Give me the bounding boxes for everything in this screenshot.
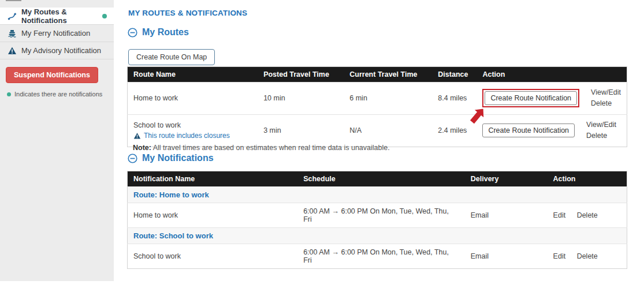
delivery: Email <box>465 203 548 228</box>
sidebar: My Routes & Notifications My Ferry Notif… <box>0 0 114 281</box>
advisory-icon <box>7 46 17 55</box>
notifications-legend: Indicates there are notifications <box>7 91 114 98</box>
route-name: School to work <box>133 121 252 129</box>
sidebar-nav: My Routes & Notifications My Ferry Notif… <box>0 0 114 59</box>
route-closures-link[interactable]: This route includes closures <box>133 132 252 140</box>
sidebar-item-label: My Advisory Notification <box>21 46 101 55</box>
notifications-table: Notification Name Schedule Delivery Acti… <box>127 171 627 269</box>
sidebar-item-my-ferry-notification[interactable]: My Ferry Notification <box>0 25 114 42</box>
create-route-notification-button[interactable]: Create Route Notification <box>482 124 575 137</box>
column-header: Schedule <box>297 171 465 187</box>
delete-link[interactable]: Delete <box>591 98 621 109</box>
notification-name: School to work <box>128 244 298 269</box>
table-row: Home to work 6:00 AM → 6:00 PM On Mon, T… <box>128 203 627 228</box>
ferry-icon <box>7 28 17 38</box>
sidebar-item-label: My Ferry Notification <box>21 29 90 38</box>
current-travel-time: N/A <box>344 114 432 147</box>
page: My Routes & Notifications My Ferry Notif… <box>0 0 644 288</box>
column-header: Posted Travel Time <box>258 67 344 83</box>
schedule: 6:00 AM → 6:00 PM On Mon, Tue, Wed, Thu,… <box>297 244 465 269</box>
route-name: Home to work <box>128 83 258 115</box>
posted-travel-time: 10 min <box>258 83 344 115</box>
create-route-notification-button[interactable]: Create Route Notification <box>485 91 577 105</box>
current-travel-time: 6 min <box>344 83 432 115</box>
create-route-on-map-button[interactable]: Create Route On Map <box>128 49 215 65</box>
column-header: Route Name <box>128 67 258 83</box>
page-title: MY ROUTES & NOTIFICATIONS <box>128 9 247 17</box>
my-routes-section-header[interactable]: My Routes <box>128 27 189 38</box>
view-edit-link[interactable]: View/Edit <box>586 119 616 130</box>
travel-times-note: Note: All travel times are based on esti… <box>133 144 390 152</box>
edit-link[interactable]: Edit <box>553 252 566 260</box>
routes-table: Route Name Posted Travel Time Current Tr… <box>127 66 627 147</box>
notifications-table-header-row: Notification Name Schedule Delivery Acti… <box>128 171 627 187</box>
distance: 8.4 miles <box>432 83 477 115</box>
legend-text: Indicates there are notifications <box>14 91 102 98</box>
table-row: School to work 6:00 AM → 6:00 PM On Mon,… <box>128 244 627 269</box>
view-edit-link[interactable]: View/Edit <box>591 87 621 98</box>
annotation-highlight-box: Create Route Notification <box>482 89 579 107</box>
delete-link[interactable]: Delete <box>577 252 598 260</box>
collapse-icon[interactable] <box>128 154 137 163</box>
schedule: 6:00 AM → 6:00 PM On Mon, Tue, Wed, Thu,… <box>297 203 465 228</box>
column-header: Distance <box>432 67 477 83</box>
my-notifications-section-header[interactable]: My Notifications <box>128 153 214 163</box>
delete-link[interactable]: Delete <box>586 130 616 141</box>
table-row: Home to work 10 min 6 min 8.4 miles Crea… <box>128 83 627 115</box>
route-group-link[interactable]: Route: School to work <box>133 231 213 240</box>
posted-travel-time: 3 min <box>258 114 344 147</box>
sidebar-item-label: My Routes & Notifications <box>21 8 94 25</box>
table-row: School to work This route includes closu… <box>128 114 627 147</box>
column-header: Delivery <box>465 171 548 187</box>
delivery: Email <box>465 244 548 269</box>
section-title: My Routes <box>142 27 189 38</box>
delete-link[interactable]: Delete <box>577 211 598 219</box>
suspend-notifications-button[interactable]: Suspend Notifications <box>6 67 98 83</box>
warning-icon <box>133 132 141 140</box>
section-title: My Notifications <box>142 153 214 163</box>
notification-dot <box>102 14 107 18</box>
group-row: Route: Home to work <box>128 187 627 203</box>
column-header: Notification Name <box>128 171 298 187</box>
route-icon <box>7 11 17 21</box>
column-header: Action <box>477 67 627 83</box>
column-header: Action <box>548 171 627 187</box>
sidebar-top-divider <box>6 0 21 1</box>
edit-link[interactable]: Edit <box>553 211 566 219</box>
route-group-link[interactable]: Route: Home to work <box>133 190 209 199</box>
sidebar-item-my-advisory-notification[interactable]: My Advisory Notification <box>0 42 114 59</box>
legend-dot-icon <box>7 92 11 96</box>
column-header: Current Travel Time <box>344 67 432 83</box>
routes-table-header-row: Route Name Posted Travel Time Current Tr… <box>128 67 627 83</box>
sidebar-item-my-routes-notifications[interactable]: My Routes & Notifications <box>0 8 114 25</box>
collapse-icon[interactable] <box>128 28 137 38</box>
notification-name: Home to work <box>128 203 298 228</box>
group-row: Route: School to work <box>128 228 627 244</box>
main-content: MY ROUTES & NOTIFICATIONS My Routes Crea… <box>127 0 628 288</box>
